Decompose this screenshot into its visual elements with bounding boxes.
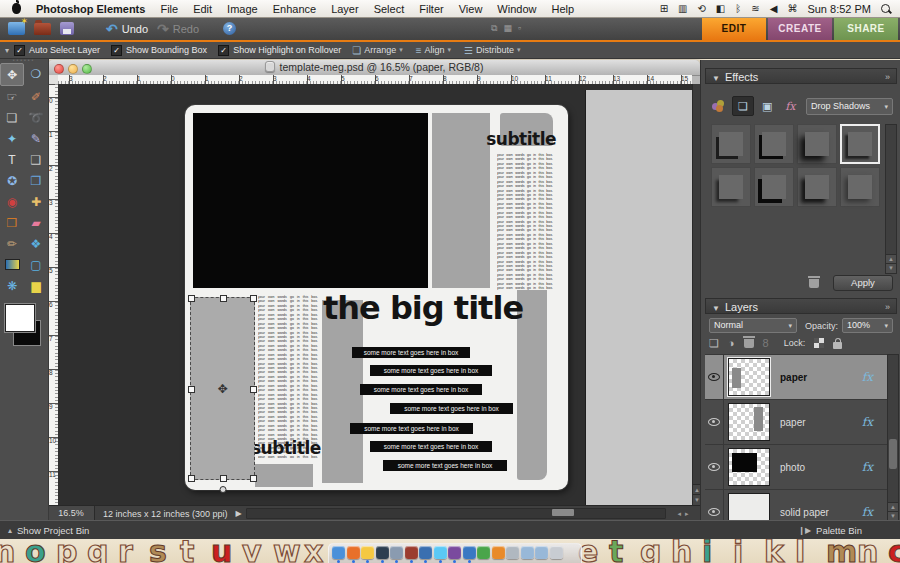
text-bar-6[interactable]: some more text goes here in box: [370, 441, 492, 452]
gray-box-bottom[interactable]: [255, 464, 313, 487]
dock-icon[interactable]: [419, 546, 432, 559]
redo-button[interactable]: ↷Redo: [157, 21, 199, 37]
filler-text-column-left[interactable]: your own words go in this box. your own …: [258, 295, 318, 458]
help-button[interactable]: ?: [223, 22, 236, 35]
text-bar-2[interactable]: some more text goes here in box: [370, 365, 492, 376]
tool-gradient-icon[interactable]: [0, 254, 24, 275]
volume-icon[interactable]: ◀: [770, 3, 778, 14]
tool-move-icon[interactable]: ✥: [0, 63, 24, 86]
photo-effects-category-button[interactable]: ▣: [758, 97, 777, 115]
status-contrast-icon[interactable]: ◧: [716, 3, 725, 14]
tool-zoom-icon[interactable]: ❍: [24, 63, 48, 84]
dock-icon[interactable]: [477, 546, 490, 559]
dock-icon[interactable]: [361, 546, 374, 559]
layer-fx-badge[interactable]: fx: [862, 415, 873, 429]
effect-thumbnail[interactable]: [797, 167, 837, 207]
tab-share[interactable]: SHARE: [834, 17, 898, 40]
layer-row-paper-2[interactable]: paper fx: [705, 400, 887, 445]
tool-sponge-icon[interactable]: ▆: [24, 275, 48, 296]
tab-edit[interactable]: EDIT: [702, 17, 766, 40]
tool-hand-icon[interactable]: ☞: [0, 86, 24, 107]
scrollbar-thumb[interactable]: [552, 509, 574, 516]
status-display-icon[interactable]: ▥: [678, 3, 687, 14]
menu-layer[interactable]: Layer: [331, 3, 359, 15]
transform-handle[interactable]: [220, 295, 227, 302]
layer-row-solid-paper[interactable]: solid paper fx: [705, 490, 887, 523]
effect-thumbnail-selected[interactable]: [840, 124, 880, 164]
effect-thumbnail[interactable]: [797, 124, 837, 164]
effect-thumbnail[interactable]: [754, 124, 794, 164]
open-file-button[interactable]: [34, 23, 51, 35]
all-effects-category-button[interactable]: fx: [781, 97, 800, 115]
new-layer-icon[interactable]: ❏: [709, 337, 719, 350]
tool-shape-icon[interactable]: ▢: [24, 254, 48, 275]
canvas-viewport[interactable]: subtitle your own words go in this box. …: [58, 84, 692, 505]
adjustment-layer-icon[interactable]: ◑: [728, 337, 735, 349]
text-bar-1[interactable]: some more text goes here in box: [352, 347, 470, 358]
layer-thumbnail[interactable]: [728, 358, 770, 396]
effects-panel-header[interactable]: ▼Effects »: [705, 68, 897, 84]
layer-styles-category-button[interactable]: ❏: [732, 96, 753, 116]
spotlight-icon[interactable]: [881, 4, 890, 13]
menu-edit[interactable]: Edit: [193, 3, 212, 15]
tool-eraser-icon[interactable]: ▰: [24, 212, 48, 233]
tool-clone-stamp-icon[interactable]: ❒: [0, 212, 24, 233]
dock-icon[interactable]: [390, 546, 403, 559]
status-sync-icon[interactable]: ⟲: [697, 3, 705, 14]
tool-type-icon[interactable]: T: [0, 149, 24, 170]
new-file-button[interactable]: [8, 22, 25, 35]
layer-visibility-toggle[interactable]: [705, 400, 724, 444]
layer-fx-badge[interactable]: fx: [862, 460, 873, 474]
distribute-button[interactable]: ☰Distribute▾: [464, 45, 521, 56]
layer-thumbnail[interactable]: [728, 403, 770, 441]
effect-thumbnail[interactable]: [754, 167, 794, 207]
menu-filter[interactable]: Filter: [419, 3, 443, 15]
checkbox-auto-select-layer[interactable]: ✓Auto Select Layer: [14, 45, 100, 56]
dock-icon[interactable]: [405, 546, 418, 559]
effect-thumbnail[interactable]: [840, 167, 880, 207]
transform-handle[interactable]: [188, 475, 195, 482]
menu-file[interactable]: File: [160, 3, 178, 15]
align-button[interactable]: ≡Align▾: [416, 45, 451, 56]
menu-select[interactable]: Select: [374, 3, 405, 15]
tool-crop-icon[interactable]: ❑: [24, 149, 48, 170]
text-bar-4[interactable]: some more text goes here in box: [390, 403, 513, 414]
layers-scrollbar[interactable]: ▲▼: [887, 354, 899, 522]
dock-icon[interactable]: [492, 546, 505, 559]
status-grid-icon[interactable]: ⊞: [660, 3, 668, 14]
selected-layer-bounding-box[interactable]: ✥: [190, 297, 255, 480]
layer-thumbnail[interactable]: [728, 493, 770, 523]
dock-icon[interactable]: [347, 546, 360, 559]
tool-brush-icon[interactable]: ✏: [0, 233, 24, 254]
layers-panel-header[interactable]: ▼Layers »: [705, 298, 897, 314]
checkbox-show-bounding-box[interactable]: ✓Show Bounding Box: [111, 45, 207, 56]
apple-menu-icon[interactable]: [12, 3, 21, 14]
layer-row-paper-1[interactable]: paper fx: [705, 355, 887, 400]
scrollbar-thumb[interactable]: [889, 439, 897, 469]
undo-button[interactable]: ↶Undo: [106, 21, 148, 37]
layer-visibility-toggle[interactable]: [705, 355, 724, 399]
apply-button[interactable]: Apply: [833, 275, 893, 291]
text-bar-5[interactable]: some more text goes here in box: [350, 423, 473, 434]
menu-clock[interactable]: Sun 8:52 PM: [807, 3, 871, 15]
tool-paint-bucket-icon[interactable]: ❖: [24, 233, 48, 254]
tool-options-caret[interactable]: ▾: [0, 46, 14, 55]
palette-bin-toggle[interactable]: ❙▶ Palette Bin: [798, 525, 862, 536]
scroll-arrows[interactable]: ◂▸: [670, 510, 700, 518]
link-layers-icon[interactable]: 8: [763, 337, 769, 349]
tool-cookie-cutter-icon[interactable]: ✪: [0, 170, 24, 191]
filler-text-column-right[interactable]: your own words go in this box. your own …: [497, 153, 553, 290]
dock-icon[interactable]: [506, 546, 519, 559]
zoom-level-field[interactable]: 16.5%: [48, 506, 95, 521]
delete-layer-trash-icon[interactable]: [744, 339, 754, 348]
layer-fx-badge[interactable]: fx: [862, 505, 873, 519]
dock-icon[interactable]: [550, 546, 563, 559]
document-titlebar[interactable]: template-meg.psd @ 16.5% (paper, RGB/8): [48, 60, 700, 76]
status-options-arrow[interactable]: ▶: [236, 509, 242, 518]
dock[interactable]: [328, 543, 582, 563]
tool-healing-brush-icon[interactable]: ✚: [24, 191, 48, 212]
bluetooth-icon[interactable]: ᛒ: [735, 3, 741, 14]
opacity-value-dropdown[interactable]: 100%▾: [842, 318, 893, 333]
layer-thumbnail[interactable]: [728, 448, 770, 486]
tool-selection-brush-icon[interactable]: ✎: [24, 128, 48, 149]
